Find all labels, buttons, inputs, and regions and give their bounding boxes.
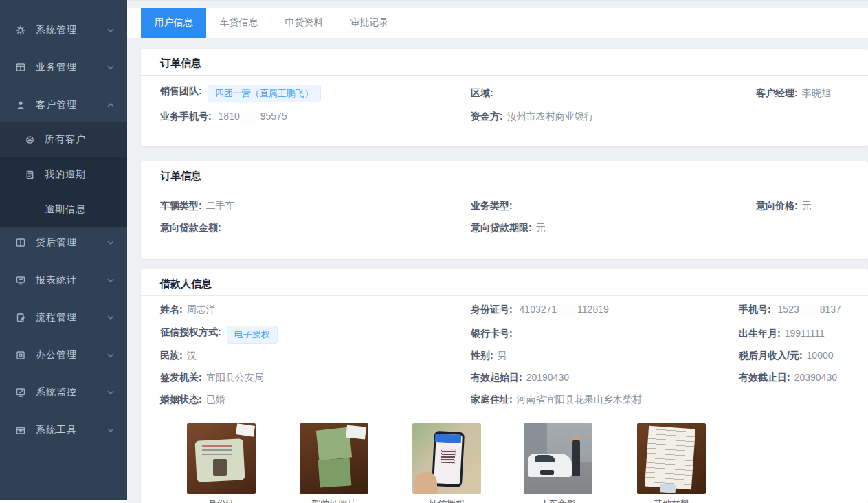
photo-caption: 驾驶证照片 <box>300 498 368 503</box>
field-intended-loan-amount: 意向贷款金额: <box>160 222 225 234</box>
chevron-down-icon <box>107 425 115 434</box>
card-title: 订单信息 <box>160 57 201 70</box>
field-label: 民族: <box>160 350 183 361</box>
gear-icon <box>15 25 26 36</box>
chevron-down-icon <box>107 238 115 246</box>
monitor-check-icon <box>15 387 26 398</box>
chevron-down-icon <box>107 388 115 396</box>
field-label: 出生年月: <box>739 328 781 339</box>
field-label: 客户经理: <box>756 87 798 98</box>
field-value: 20390430 <box>794 372 837 383</box>
field-label: 银行卡号: <box>471 328 513 339</box>
photo-thumbnail-id-card[interactable] <box>187 423 256 494</box>
field-business-phone: 业务手机号: 181095575 <box>160 111 287 123</box>
tab-loan-application-docs[interactable]: 申贷资料 <box>271 8 337 38</box>
field-label: 业务类型: <box>471 200 513 211</box>
field-credit-auth-method: 征信授权方式:电子授权 <box>160 326 278 344</box>
sidebar: 系统管理 业务管理 客户管理 所有客户 我的逾期 逾期信息 <box>0 0 127 500</box>
field-label: 业务手机号: <box>160 111 212 122</box>
credit-auth-tag: 电子授权 <box>227 326 278 344</box>
field-label: 区域: <box>471 87 493 98</box>
field-birth-date: 出生年月:19911111 <box>739 328 825 340</box>
field-label: 婚姻状态: <box>160 394 202 405</box>
divider <box>141 75 868 76</box>
field-bank-card: 银行卡号: <box>471 328 517 340</box>
borrower-info-card: 借款人信息 姓名:周志洋 身份证号: 4103271112819 手机号: 15… <box>141 269 868 503</box>
sidebar-item-office-mgmt[interactable]: 办公管理 <box>0 337 127 374</box>
photo-thumbnail-person-with-car[interactable] <box>524 423 592 494</box>
field-value: 20190430 <box>526 372 569 383</box>
field-value: 已婚 <box>206 394 225 405</box>
field-value: 元 <box>536 222 546 233</box>
field-issuing-authority: 签发机关:宜阳县公安局 <box>160 372 264 384</box>
sidebar-item-my-overdue[interactable]: 我的逾期 <box>0 157 127 192</box>
field-sales-team: 销售团队:四团一营（直属王鹏飞） <box>160 85 321 102</box>
photo-thumbnail-license-booklet[interactable] <box>300 423 368 494</box>
tab-user-info[interactable]: 用户信息 <box>141 8 206 38</box>
sidebar-item-postloan-mgmt[interactable]: 贷后管理 <box>0 224 127 261</box>
document-icon <box>25 170 35 180</box>
sidebar-item-system-mgmt[interactable]: 系统管理 <box>0 12 127 49</box>
sidebar-item-label: 贷后管理 <box>36 236 77 249</box>
redaction-block <box>557 305 577 314</box>
field-valid-to: 有效截止日:20390430 <box>739 372 837 384</box>
tab-bar: 用户信息 车贷信息 申贷资料 审批记录 <box>127 8 868 38</box>
clipboard-icon <box>15 312 26 323</box>
field-label: 身份证号: <box>471 304 513 315</box>
field-value: 19911111 <box>785 328 825 339</box>
field-value: 二手车 <box>206 200 235 211</box>
sidebar-item-system-monitor[interactable]: 系统监控 <box>0 374 127 411</box>
field-funder: 资金方:汝州市农村商业银行 <box>471 111 594 123</box>
field-value: 181095575 <box>219 111 287 122</box>
monitor-icon <box>15 275 26 286</box>
field-label: 税后月收入/元: <box>739 350 803 361</box>
field-id-number: 身份证号: 4103271112819 <box>471 304 609 316</box>
chevron-down-icon <box>107 350 115 359</box>
field-value: 男 <box>498 350 507 361</box>
sidebar-item-process-mgmt[interactable]: 流程管理 <box>0 299 127 336</box>
sidebar-item-overdue-info[interactable]: 逾期信息 <box>0 192 127 227</box>
field-label: 销售团队: <box>160 85 202 96</box>
field-value: 10000 <box>807 350 834 361</box>
photo-thumbnail-document[interactable] <box>637 423 706 494</box>
card-title: 借款人信息 <box>160 278 212 291</box>
sidebar-item-all-customers[interactable]: 所有客户 <box>0 122 127 157</box>
sales-team-tag[interactable]: 四团一营（直属王鹏飞） <box>208 85 321 102</box>
sidebar-item-customer-mgmt[interactable]: 客户管理 <box>0 87 127 124</box>
photo-thumbnail-phone-qr[interactable] <box>412 423 481 494</box>
field-label: 性别: <box>471 350 493 361</box>
redaction-block <box>240 112 260 121</box>
field-label: 意向贷款期限: <box>471 222 532 233</box>
field-value: 汉 <box>187 350 197 361</box>
chevron-down-icon <box>107 276 115 284</box>
field-label: 意向价格: <box>756 200 798 211</box>
field-marital-status: 婚姻状态:已婚 <box>160 394 225 406</box>
field-label: 手机号: <box>739 304 771 315</box>
field-value: 李晓旭 <box>802 87 831 98</box>
field-mobile-phone: 手机号: 15238137 <box>739 304 841 316</box>
field-label: 有效起始日: <box>471 372 522 383</box>
field-value: 汝州市农村商业银行 <box>507 111 594 122</box>
chevron-down-icon <box>107 25 115 34</box>
chevron-down-icon <box>107 313 115 321</box>
field-account-manager: 客户经理:李晓旭 <box>756 87 831 100</box>
field-value: 元 <box>802 200 812 211</box>
field-label: 资金方: <box>471 111 503 122</box>
sidebar-item-business-mgmt[interactable]: 业务管理 <box>0 49 127 86</box>
tab-car-loan-info[interactable]: 车贷信息 <box>206 8 271 38</box>
field-region: 区域: <box>471 87 498 100</box>
field-label: 车辆类型: <box>160 200 202 211</box>
sidebar-item-label: 业务管理 <box>36 61 77 74</box>
divider <box>141 295 868 296</box>
sidebar-item-report-stats[interactable]: 报表统计 <box>0 262 127 299</box>
redaction-block <box>799 305 820 314</box>
sidebar-item-system-tools[interactable]: 系统工具 <box>0 412 127 449</box>
tab-approval-records[interactable]: 审批记录 <box>337 8 402 38</box>
field-gender: 性别:男 <box>471 350 507 362</box>
chevron-up-icon <box>107 100 115 109</box>
open-book-icon <box>15 237 26 248</box>
field-intended-loan-term: 意向贷款期限:元 <box>471 222 546 234</box>
photo-caption: 身份证 <box>187 498 256 503</box>
field-label: 征信授权方式: <box>160 326 221 337</box>
sidebar-item-label: 流程管理 <box>36 311 77 324</box>
